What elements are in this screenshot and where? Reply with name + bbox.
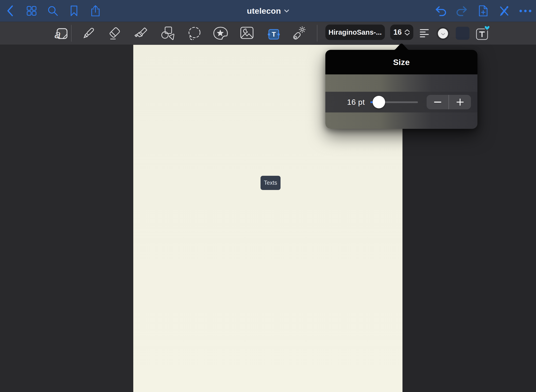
redo-icon[interactable] [456,6,467,16]
font-size-button[interactable]: 16 [390,25,413,40]
text-color-swatch [438,28,448,39]
popover-arrow [385,44,418,50]
image-tool-icon[interactable] [240,26,254,39]
lasso-tool-icon[interactable] [187,26,202,41]
font-family-button[interactable]: HiraginoSans-... [325,25,385,40]
size-stepper [427,95,471,109]
heart-icon [484,26,490,31]
text-selection-handle-right [277,33,280,36]
minus-icon [434,102,441,103]
text-tool-glyph: T [272,31,276,38]
goodnotes-app: utelecon [0,0,536,392]
mode-glyph: a [54,28,60,40]
align-bar [420,32,426,33]
writing-mode-icon[interactable]: a [53,27,68,40]
add-page-icon[interactable] [479,5,488,17]
popover-header: Size [325,50,477,74]
color-chevron-down-icon [441,33,445,35]
scribble-discard-icon[interactable] [499,5,509,16]
highlighter-tool-icon[interactable] [134,26,148,40]
size-popover: Size 16 pt [325,50,477,129]
share-icon[interactable] [91,5,100,17]
shapes-tool-icon[interactable] [160,26,175,41]
more-icon[interactable] [519,10,531,12]
align-bar [420,36,425,37]
size-slider-row: 16 pt [325,92,477,112]
toolbar-divider [71,25,72,42]
popover-title: Size [393,58,410,67]
text-object[interactable]: Texts [261,176,281,190]
size-slider[interactable] [370,101,418,103]
bookmark-icon[interactable] [70,5,78,16]
document-title[interactable]: utelecon [247,0,289,22]
popover-body: 16 pt [325,74,477,129]
text-selection-handle-left [268,33,270,36]
text-align-icon[interactable] [420,29,429,37]
inactive-style-button[interactable] [456,27,469,40]
size-slider-knob[interactable] [373,96,385,108]
document-title-label: utelecon [247,6,281,16]
pen-tool-icon[interactable] [81,26,95,40]
toolbar-divider-2 [317,25,317,42]
font-family-label: HiraginoSans-... [328,28,382,36]
size-decrease-button[interactable] [427,95,449,109]
plus-icon [456,98,464,106]
align-bar [420,34,429,35]
navigation-bar: utelecon [0,0,536,22]
undo-icon[interactable] [435,6,446,16]
tools-toolbar: a [0,22,536,45]
title-chevron-down-icon [284,9,289,13]
text-color-button[interactable] [436,27,449,40]
align-bar [420,29,429,30]
font-size-value: 16 [393,28,402,37]
size-value-label: 16 pt [347,92,365,112]
text-tool-icon[interactable]: T [268,29,279,39]
laser-pointer-tool-icon[interactable] [291,26,307,41]
elements-tool-icon[interactable] [213,27,228,40]
back-icon[interactable] [7,5,13,17]
page-thumbnails-icon[interactable] [27,6,36,16]
text-object-label: Texts [264,180,277,186]
favorite-text-glyph [479,32,485,37]
search-icon[interactable] [47,5,58,16]
size-stepper-chevrons-icon [404,29,410,36]
size-increase-button[interactable] [449,95,471,109]
eraser-tool-icon[interactable] [107,26,121,40]
favorite-text-style-icon[interactable] [474,24,491,40]
